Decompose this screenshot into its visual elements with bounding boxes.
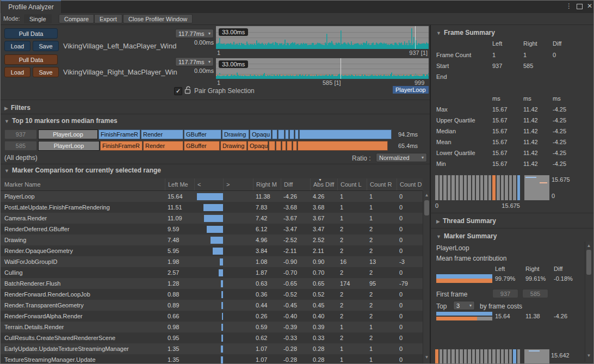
col-diff[interactable]: Diff [281,178,310,190]
marker-segment[interactable] [285,129,289,139]
ratio-dropdown[interactable]: Normalized▾ [376,153,427,162]
stat-left: 1 [492,52,496,58]
marker-segment[interactable] [276,141,281,151]
left-graph-threshold-badge: 33.00ms [219,28,248,36]
table-row[interactable]: Culling2.571.87-0.700.70220 [0,267,423,278]
table-row[interactable]: Render.TransparentGeometry0.890.44-0.450… [0,300,423,311]
marker-segment[interactable]: Drawing [222,129,249,139]
table-row[interactable]: RenderForwardAlpha.Render0.660.26-0.400.… [0,311,423,322]
table-row[interactable]: RenderDeferred.GBuffer9.596.12-3.473.472… [0,224,423,235]
col-count-right[interactable]: Count R [367,178,397,190]
pull-data-left-button[interactable]: Pull Data [4,28,58,39]
col-right-median[interactable]: Right M [253,178,281,190]
marker-segment[interactable]: Opaqu [250,129,271,139]
scroll-up-icon[interactable]: ▲ [585,243,592,248]
marker-segment[interactable]: Drawing [220,141,247,151]
col-abs-diff[interactable]: ▼Abs Diff [310,178,337,190]
marker-segment[interactable] [298,141,388,151]
pull-data-right-button[interactable]: Pull Data [4,54,58,65]
marker-segment[interactable]: Opaqu [247,141,268,151]
marker-segment[interactable] [295,129,299,139]
lock-open-icon[interactable] [184,86,191,94]
col-left-bar[interactable]: < [194,178,223,190]
table-row[interactable]: Render.OpaqueGeometry5.953.84-2.112.1122… [0,245,423,256]
marker-segment[interactable]: FinishFrameR [98,129,140,139]
col-right-bar[interactable]: > [223,178,253,190]
top10-frame-button-left[interactable]: 937 [4,129,37,139]
stat-diff: -4.25 [553,161,566,167]
top-n-dropdown[interactable]: 3▾ [453,301,475,310]
scroll-down-icon[interactable]: ▼ [585,353,592,358]
comparison-section-header[interactable]: ▼Marker Comparison for currently selecte… [4,166,161,174]
load-right-button[interactable]: Load [4,67,30,77]
selected-marker-chip[interactable]: PlayerLoop [393,86,429,94]
table-row[interactable]: TextureStreamingManager.Update1.351.07-0… [0,354,423,364]
top10-frame-button-right[interactable]: 585 [4,141,37,151]
table-row[interactable]: BatchRenderer.Flush1.280.63-0.650.651749… [0,278,423,289]
marker-segment[interactable] [299,129,392,139]
contribution-bar-left [436,274,492,279]
right-range-dropdown[interactable]: 117.77ms▾ [175,57,214,66]
table-scrollbar-thumb[interactable] [424,200,429,215]
maximize-icon[interactable] [577,4,583,9]
col-left-median[interactable]: Left Me [165,178,194,190]
marker-segment[interactable]: GBuffer [184,129,221,139]
marker-segment[interactable] [269,141,275,151]
table-row[interactable]: PostLateUpdate.FinishFrameRendering11.51… [0,202,423,213]
marker-segment[interactable] [272,129,277,139]
table-row[interactable]: WaitForJobGroupID1.981.08-0.900.901613-3 [0,256,423,267]
cost-bar-right-track [436,317,492,320]
frame-summary-header[interactable]: ▼Frame Summary [436,29,495,36]
marker-segment[interactable]: Render [141,129,183,139]
marker-summary-scrollbar[interactable]: ▲ ▼ [585,242,592,362]
save-right-button[interactable]: Save [33,67,59,77]
table-row[interactable]: RenderForward.RenderLoopJob0.880.36-0.52… [0,289,423,300]
col-marker-name[interactable]: Marker Name [0,178,165,190]
table-scrollbar[interactable]: ▲ ▼ [423,191,430,364]
comparison-table-header[interactable]: Marker Name Left Me < > Right M Diff ▼Ab… [0,178,423,191]
thread-summary-header[interactable]: ▶Thread Summary [436,217,496,225]
marker-segment[interactable] [289,129,294,139]
kebab-menu-icon[interactable]: ⋮ [565,2,573,10]
first-frame-right-button[interactable]: 585 [522,289,548,298]
ratio-value: Normalized [379,155,410,161]
first-frame-left-button[interactable]: 937 [492,289,518,298]
marker-segment[interactable] [293,141,297,151]
histogram-bar [448,175,451,200]
export-button[interactable]: Export [94,14,122,23]
marker-segment[interactable]: PlayerLoop [38,129,98,139]
top10-marker-bar-left[interactable]: PlayerLoopFinishFrameRRenderGBufferDrawi… [38,129,392,139]
marker-summary-scrollbar-thumb[interactable] [586,250,591,275]
col-count-left[interactable]: Count L [337,178,367,190]
col-count-diff[interactable]: Count D [397,178,422,190]
close-profiler-window-button[interactable]: Close Profiler Window [123,14,193,23]
mode-single-button[interactable]: Single [24,14,52,23]
filters-section-header[interactable]: ▶Filters [4,104,30,112]
table-row[interactable]: EarlyUpdate.UpdateTextureStreamingManage… [0,343,423,354]
table-row[interactable]: Camera.Render11.097.42-3.673.67110 [0,213,423,224]
table-row[interactable]: Terrain.Details.Render0.980.59-0.390.391… [0,322,423,332]
top10-section-header[interactable]: ▼Top 10 markers on median frames [4,117,117,125]
marker-segment[interactable]: PlayerLoop [38,141,100,151]
top10-marker-bar-right[interactable]: PlayerLoopFinishFrameRRenderGBufferDrawi… [38,141,388,151]
marker-segment[interactable]: GBuffer [184,141,220,151]
marker-segment[interactable]: FinishFrameR [100,141,143,151]
pair-graph-selection-checkbox[interactable]: ✓ [174,87,182,95]
marker-segment[interactable] [278,129,284,139]
table-row[interactable]: CullResults.CreateSharedRendererScene0.9… [0,332,423,343]
right-range-value: 117.77ms [178,59,205,65]
left-range-dropdown[interactable]: 117.77ms▾ [175,29,214,38]
marker-segment[interactable] [282,141,286,151]
load-left-button[interactable]: Load [4,41,30,51]
marker-summary-header[interactable]: ▼Marker Summary [436,232,497,240]
mode-compare-button[interactable]: Compare [59,14,94,23]
table-row[interactable]: Drawing7.484.96-2.522.52220 [0,235,423,245]
tab-profile-analyzer[interactable]: Profile Analyzer [1,0,61,13]
table-row[interactable]: PlayerLoop15.6411.38-4.264.26110 [0,191,423,202]
marker-segment[interactable]: Render [143,141,183,151]
save-left-button[interactable]: Save [33,41,59,51]
close-icon[interactable]: ✕ [585,2,594,10]
right-graph-axis-end: 999 [414,79,424,86]
stat-diff: 0 [553,52,556,58]
marker-segment[interactable] [287,141,292,151]
